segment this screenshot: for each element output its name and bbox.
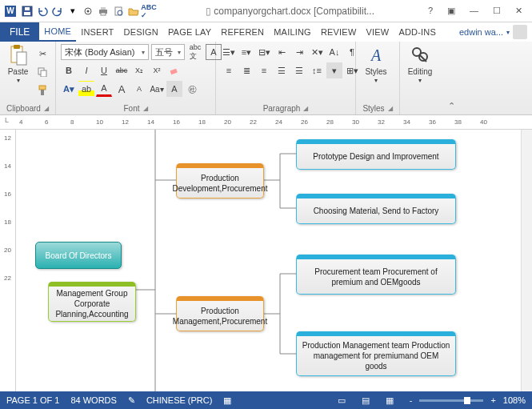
ruler-vertical[interactable]: 121416182022 (0, 130, 16, 391)
font-color-icon[interactable]: A (96, 81, 112, 97)
collapse-ribbon-icon[interactable]: ⌃ (448, 101, 455, 111)
touch-mode-icon[interactable] (82, 5, 94, 18)
distributed-icon[interactable]: ☰ (291, 62, 307, 78)
ruler-horizontal[interactable]: L 46810121416182022242628303234363840 (0, 115, 532, 130)
close-icon[interactable]: ✕ (512, 6, 526, 16)
align-left-icon[interactable]: ≡ (221, 62, 237, 78)
align-right-icon[interactable]: ≡ (256, 62, 272, 78)
org-node-prod-mgmt[interactable]: Production Management,Procurement (176, 296, 264, 331)
print-preview-icon[interactable] (112, 5, 125, 18)
grow-font-icon[interactable]: A (114, 81, 130, 97)
underline-button[interactable]: U (96, 62, 112, 78)
bold-button[interactable]: B (61, 62, 77, 78)
zoom-control: - + 108% (407, 395, 526, 405)
change-case-icon[interactable]: Aa▾ (149, 81, 165, 97)
svg-rect-7 (101, 13, 106, 15)
word-count[interactable]: 84 WORDS (70, 395, 116, 405)
macro-icon[interactable]: ▦ (223, 395, 231, 406)
minimize-icon[interactable]: — (466, 6, 482, 16)
svg-rect-17 (170, 69, 178, 74)
undo-icon[interactable] (36, 5, 49, 18)
enclose-char-icon[interactable]: ㊓ (184, 81, 200, 97)
font-launcher[interactable]: ◢ (143, 105, 148, 112)
language-indicator[interactable]: CHINESE (PRC) (146, 395, 213, 405)
strike-button[interactable]: abc (114, 62, 130, 78)
app-icon: W (5, 6, 16, 17)
qat-customize-icon[interactable]: ▾ (66, 5, 79, 18)
zoom-slider[interactable] (419, 399, 483, 402)
page-indicator[interactable]: PAGE 1 OF 1 (6, 395, 59, 405)
editing-button[interactable]: Editing▾ (405, 44, 435, 84)
scrollbar-vertical[interactable] (521, 130, 532, 391)
help-icon[interactable]: ? (425, 6, 436, 16)
org-node-prodmgmt-team[interactable]: Production Management team Production ma… (296, 331, 456, 376)
text-effects-icon[interactable]: A▾ (61, 81, 77, 97)
superscript-button[interactable]: X² (149, 62, 165, 78)
asian-layout-icon[interactable]: ✕▾ (309, 44, 325, 60)
org-node-material[interactable]: Choosing Material, Send to Factory (296, 194, 456, 224)
org-node-procurement-team[interactable]: Procurement team Procurement of premium … (296, 255, 456, 295)
svg-point-4 (87, 10, 90, 12)
shading-icon[interactable]: ▾ (326, 62, 342, 78)
sort-icon[interactable]: A↓ (326, 44, 342, 60)
tab-addins[interactable]: ADD-INS (394, 22, 441, 42)
format-painter-icon[interactable] (34, 82, 50, 98)
increase-indent-icon[interactable]: ⇥ (291, 44, 307, 60)
tab-design[interactable]: DESIGN (119, 22, 163, 42)
weblayout-icon[interactable]: ▦ (383, 395, 396, 406)
redo-icon[interactable] (51, 5, 64, 18)
tab-home[interactable]: HOME (39, 22, 76, 42)
spelling-icon[interactable]: ABC✓ (142, 5, 155, 18)
tab-insert[interactable]: INSERT (76, 22, 118, 42)
char-shading-icon[interactable]: A (166, 81, 182, 97)
paste-button[interactable]: Paste▾ (5, 44, 31, 84)
tab-pagelayout[interactable]: PAGE LAY (163, 22, 216, 42)
font-size-combo[interactable]: 五号▾ (151, 44, 185, 60)
open-icon[interactable] (127, 5, 140, 18)
tab-references[interactable]: REFEREN (216, 22, 269, 42)
zoom-level[interactable]: 108% (503, 395, 526, 405)
copy-icon[interactable] (34, 64, 50, 80)
clear-format-icon[interactable] (166, 62, 182, 78)
org-node-board[interactable]: Board Of Directors (35, 242, 122, 269)
org-node-prototype[interactable]: Prototype Design and Improvement (296, 139, 456, 170)
file-tab[interactable]: FILE (0, 22, 39, 42)
line-spacing-icon[interactable]: ↕≡ (309, 62, 325, 78)
highlight-icon[interactable]: ab (78, 81, 94, 97)
quick-print-icon[interactable] (97, 5, 110, 18)
justify-icon[interactable]: ☰ (274, 62, 290, 78)
decrease-indent-icon[interactable]: ⇤ (274, 44, 290, 60)
font-label: Font (123, 104, 139, 113)
font-name-combo[interactable]: 宋体 (Body Asian)▾ (61, 44, 149, 60)
bullets-icon[interactable]: ☰▾ (221, 44, 237, 60)
styles-button[interactable]: A Styles▾ (361, 44, 391, 84)
document-canvas[interactable]: Board Of Directors Management Group Corp… (16, 130, 521, 391)
proofing-icon[interactable]: ✎ (128, 395, 135, 406)
shrink-font-icon[interactable]: A (131, 81, 147, 97)
align-center-icon[interactable]: ≣ (238, 62, 254, 78)
org-node-prod-dev[interactable]: Production Development,Procurement (176, 163, 264, 198)
subscript-button[interactable]: X₂ (131, 62, 147, 78)
paragraph-launcher[interactable]: ◢ (303, 105, 308, 112)
save-icon[interactable] (21, 5, 34, 18)
ribbon-options-icon[interactable]: ▣ (444, 6, 458, 16)
tab-review[interactable]: REVIEW (316, 22, 362, 42)
printlayout-icon[interactable]: ▤ (359, 395, 372, 406)
numbering-icon[interactable]: ≡▾ (238, 44, 254, 60)
clipboard-launcher[interactable]: ◢ (44, 105, 49, 112)
zoom-out-button[interactable]: - (407, 395, 415, 405)
org-node-management[interactable]: Management Group Corporate Planning,Acco… (48, 282, 136, 322)
styles-launcher[interactable]: ◢ (388, 105, 393, 112)
tab-view[interactable]: VIEW (361, 22, 394, 42)
tab-mailings[interactable]: MAILING (269, 22, 316, 42)
user-account[interactable]: edwin wa... ▾ (454, 22, 532, 42)
svg-rect-2 (25, 7, 30, 10)
maximize-icon[interactable]: ☐ (490, 6, 504, 16)
phonetic-guide-icon[interactable]: abc文 (187, 44, 203, 60)
cut-icon[interactable]: ✂ (34, 46, 50, 62)
italic-button[interactable]: I (78, 62, 94, 78)
group-font: 宋体 (Body Asian)▾ 五号▾ abc文 A B I U abc X₂… (56, 42, 216, 114)
zoom-in-button[interactable]: + (488, 395, 498, 405)
readmode-icon[interactable]: ▭ (335, 395, 348, 406)
multilevel-icon[interactable]: ⊟▾ (256, 44, 272, 60)
